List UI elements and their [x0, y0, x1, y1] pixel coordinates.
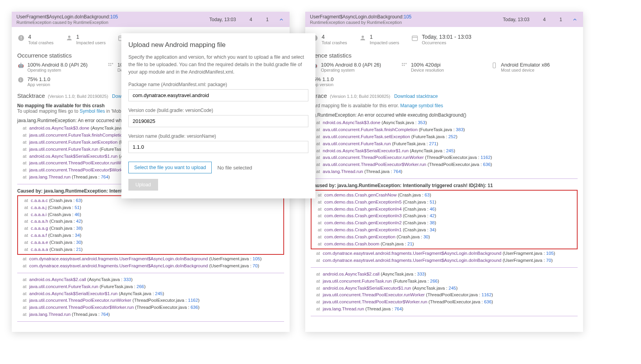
crash-title-line: 105: [110, 14, 118, 20]
manage-symbol-link[interactable]: Manage symbol files: [400, 103, 443, 108]
trace-line: at c.a.a.a.f (Crash.java : 34): [19, 232, 283, 239]
occ-os: 🤖 100% Android 8.0 (API 26)Operating sys…: [311, 62, 385, 72]
exclamation-icon: [17, 34, 25, 42]
highlighted-trace: at com.demo.dss.Crash.genCrashNow (Crash…: [311, 190, 578, 250]
trace-line: at com.demo.dss.Crash.genException (Cras…: [312, 234, 576, 241]
trace-line: at ava.util.concurrent.FutureTask.run (F…: [311, 141, 578, 148]
pkg-input[interactable]: [128, 89, 308, 101]
trace-line: at ava.util.concurrent.FutureTask.finish…: [311, 126, 578, 133]
svg-rect-24: [404, 65, 405, 66]
trace-line: at ndroid.os.AsyncTask$3.done (AsyncTask…: [311, 119, 578, 126]
trace-line: at c.a.a.a.i (Crash.java : 46): [19, 211, 283, 218]
svg-rect-10: [110, 65, 112, 66]
file-status: No file selected: [217, 165, 252, 171]
trace-line: at c.a.a.a.a (Crash.java : 21): [19, 246, 283, 253]
separator: [17, 321, 284, 322]
trace-line: at java.util.concurrent.ThreadPoolExecut…: [17, 297, 284, 304]
trace-line: at java.lang.Thread.run (Thread.java : 7…: [17, 311, 284, 318]
trace-line: at java.util.concurrent.ThreadPoolExecut…: [17, 304, 284, 311]
info-icon: [17, 76, 24, 83]
vc-label: Version code (build.gradle: versionCode): [128, 108, 308, 113]
trace-line: at android.os.AsyncTask$2.call (AsyncTas…: [17, 276, 284, 283]
trace-line: at android.os.AsyncTask$2.call (AsyncTas…: [311, 271, 578, 278]
stat-total-crashes: 4Total crashes: [17, 34, 54, 45]
vn-input[interactable]: [128, 141, 308, 153]
vn-label: Version name (build.gradle: versionName): [128, 133, 308, 139]
svg-point-17: [362, 36, 364, 38]
trace-line: at com.demo.dss.Crash.boom (Crash.java :…: [312, 241, 576, 248]
chevron-up-icon[interactable]: [278, 16, 285, 23]
calendar-icon: [411, 34, 419, 42]
occ-stats-title: rrence statistics: [311, 52, 578, 59]
crash-header[interactable]: UserFragment$AsyncLogin.doInBackground:1…: [305, 12, 583, 27]
trace-line: at ava.util.concurrent.ThreadPoolExecuto…: [311, 154, 578, 161]
stat-impacted-users: 1Impacted users: [359, 34, 399, 45]
stat-occurrences: Today, 13:01 - 13:03Occurrences: [411, 34, 472, 45]
resolution-icon: [107, 62, 114, 69]
trace-line: at com.demo.dss.Crash.genCrashNow (Crash…: [312, 192, 576, 199]
crash-header[interactable]: UserFragment$AsyncLogin.doInBackground:1…: [12, 12, 290, 27]
svg-rect-9: [108, 65, 110, 66]
trace-line: at com.demo.dss.Crash.genExceptionIn1 (C…: [312, 227, 576, 234]
trace-line: at com.demo.dss.Crash.genExceptionIn5 (C…: [312, 199, 576, 206]
symbol-files-link[interactable]: Symbol files: [79, 108, 105, 114]
vc-input[interactable]: [128, 115, 308, 127]
upload-button[interactable]: Upload: [128, 179, 158, 191]
trace-line: at c.a.a.a.e (Crash.java : 30): [19, 239, 283, 246]
trace-line: at java.util.concurrent.FutureTask.run (…: [17, 283, 284, 290]
trace-line: at android.os.AsyncTask$SerialExecutor$1…: [17, 290, 284, 297]
trace-line: at c.a.a.a.j (Crash.java : 51): [19, 204, 283, 211]
trace-line: at com.dynatrace.easytravel.android.frag…: [311, 257, 578, 264]
svg-rect-1: [21, 36, 22, 39]
trace-block-1: at ndroid.os.AsyncTask$3.done (AsyncTask…: [311, 119, 578, 175]
phone-icon: [491, 62, 498, 69]
dialog-description: Specify the application and version, for…: [128, 54, 308, 76]
mapping-available: uard mapping file is available for this …: [311, 103, 578, 108]
svg-rect-8: [112, 63, 113, 64]
svg-rect-25: [493, 63, 496, 68]
stat-total-crashes: 4Total crashes: [311, 34, 347, 45]
exception-line: ng.RuntimeException: An error occurred w…: [311, 112, 578, 118]
trace-line: at java.lang.Thread.run (Thread.java : 7…: [311, 306, 578, 313]
svg-rect-6: [108, 63, 110, 64]
occ-os: 🤖 100% Android 8.0 (API 26)Operating sys…: [17, 62, 92, 72]
download-stacktrace-link[interactable]: Download stacktrace: [394, 94, 438, 99]
select-file-button[interactable]: Select the file you want to upload: [128, 162, 212, 173]
trace-line: at com.demo.dss.Crash.genExceptionIn2 (C…: [312, 220, 576, 227]
separator: [311, 178, 578, 179]
trace-line: at java.util.concurrent.FutureTask.run (…: [311, 278, 578, 285]
svg-rect-2: [21, 39, 22, 40]
trace-line: at ava.util.concurrent.FutureTask.setExc…: [311, 133, 578, 141]
crash-count: 4: [245, 17, 257, 22]
caused-by: Caused by: java.lang.RuntimeException: I…: [311, 183, 578, 188]
trace-line: at com.demo.dss.Crash.genExceptionIn3 (C…: [312, 213, 576, 220]
trace-line: at com.dynatrace.easytravel.android.frag…: [17, 256, 284, 263]
trace-line: at ndroid.os.AsyncTask$SerialExecutor$1.…: [311, 148, 578, 155]
svg-rect-13: [20, 78, 21, 79]
separator: [17, 273, 284, 273]
android-icon: 🤖: [17, 62, 24, 69]
svg-point-3: [68, 36, 70, 38]
separator: [311, 267, 578, 268]
pkg-label: Package name (AndroidManifest.xml: packa…: [128, 82, 308, 87]
trace-line: at java.util.concurrent.ThreadPoolExecut…: [311, 292, 578, 299]
dialog-title: Upload new Android mapping file: [128, 41, 308, 49]
chevron-up-icon[interactable]: [571, 16, 578, 23]
resolution-icon: [401, 62, 408, 69]
occ-appversion: 75% 1.1.0App version: [311, 76, 578, 87]
crash-time: Today, 13:03: [205, 17, 240, 22]
trace-block-3: at android.os.AsyncTask$2.call (AsyncTas…: [311, 271, 578, 313]
svg-rect-20: [402, 63, 403, 64]
svg-rect-7: [110, 63, 112, 64]
trace-line: at ava.lang.Thread.run (Thread.java : 76…: [311, 168, 578, 175]
trace-block-2: at com.dynatrace.easytravel.android.frag…: [311, 250, 578, 264]
crash-title: UserFragment$AsyncLogin.doInBackground:: [16, 14, 110, 20]
trace-line: at java.util.concurrent.ThreadPoolExecut…: [311, 299, 578, 306]
user-icon: [65, 34, 73, 42]
crash-subtitle: RuntimeException caused by RuntimeExcept…: [16, 20, 200, 25]
user-icon: [359, 34, 367, 42]
trace-line: at c.a.a.a.g (Crash.java : 38): [19, 225, 283, 232]
trace-block-2: at com.dynatrace.easytravel.android.frag…: [17, 256, 284, 270]
stacktrace-title: Stacktrace: [17, 92, 45, 99]
crash-instance: 1: [261, 17, 273, 22]
